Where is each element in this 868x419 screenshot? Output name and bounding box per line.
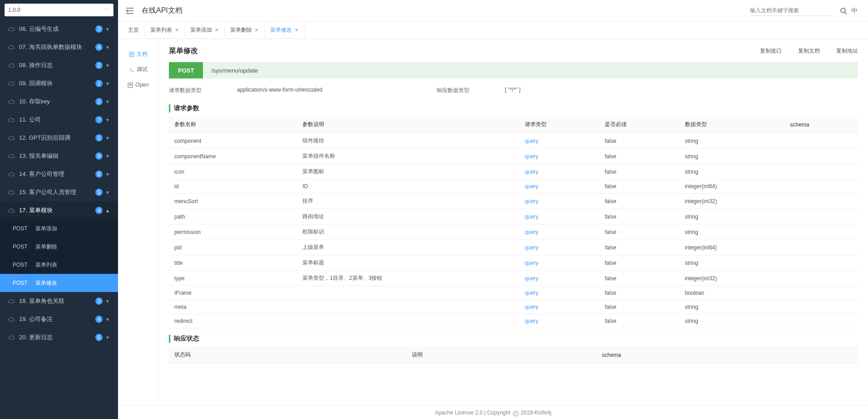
param-datatype: string — [680, 209, 785, 224]
param-schema — [784, 224, 858, 240]
sidebar-sub-item[interactable]: POST菜单添加 — [0, 219, 118, 238]
sidebar-sub-item[interactable]: POST菜单删除 — [0, 238, 118, 256]
search-icon[interactable] — [838, 7, 849, 15]
http-method-label: POST — [13, 225, 35, 232]
version-value: 1.0.0 — [8, 7, 20, 13]
param-schema — [784, 133, 858, 149]
search-input[interactable] — [750, 7, 832, 14]
sidebar-item[interactable]: 20. 更新日志5▼ — [0, 328, 118, 346]
sidebar-item[interactable]: 13. 报关单编辑9▼ — [0, 147, 118, 165]
param-required: false — [599, 286, 679, 300]
cloud-icon — [8, 117, 15, 123]
menu-collapse-icon[interactable] — [126, 7, 133, 15]
nav-label: Open — [135, 82, 148, 88]
nav-icon — [129, 66, 134, 73]
sidebar-item-label: 18. 菜单角色关联 — [19, 297, 95, 305]
table-header: 数据类型 — [680, 116, 785, 133]
sidebar-item[interactable]: 10. 存取key2▼ — [0, 93, 118, 111]
table-row: metaqueryfalsestring — [169, 300, 858, 314]
close-icon[interactable]: ✕ — [255, 27, 259, 33]
tab-label: 主页 — [128, 26, 139, 34]
close-icon[interactable]: ✕ — [175, 27, 179, 33]
tab[interactable]: 菜单列表✕ — [145, 22, 185, 39]
topbar: 在线API文档 中 — [118, 0, 868, 22]
sidebar-sub-item[interactable]: POST菜单修改 — [0, 274, 118, 292]
param-schema — [784, 149, 858, 164]
sidebar-item[interactable]: 17. 菜单模块4▲ — [0, 201, 118, 219]
copyright-icon: C — [513, 411, 518, 416]
cloud-icon — [8, 334, 15, 341]
param-datatype: integer(int64) — [680, 180, 785, 194]
param-reqtype: query — [519, 255, 599, 271]
param-schema — [784, 164, 858, 180]
param-schema — [784, 240, 858, 255]
table-row: IFramequeryfalseboolean — [169, 286, 858, 300]
param-datatype: string — [680, 224, 785, 240]
sub-item-label: 菜单列表 — [35, 261, 57, 269]
doc-nav-item[interactable]: Open — [118, 77, 158, 93]
cloud-icon — [8, 135, 15, 141]
sidebar-item[interactable]: 06. 云编号生成2▼ — [0, 20, 118, 38]
svg-point-0 — [841, 8, 845, 13]
param-required: false — [599, 300, 679, 314]
copy-api-button[interactable]: 复制接口 — [760, 47, 782, 55]
param-required: false — [599, 224, 679, 240]
sidebar: 1.0.0 ﹀ 06. 云编号生成2▼07. 海关回执单数据模块4▼08. 操作… — [0, 0, 118, 419]
table-header: 参数说明 — [297, 116, 519, 133]
cloud-icon — [8, 44, 15, 51]
param-desc: 菜单图标 — [297, 164, 519, 180]
sidebar-item[interactable]: 18. 菜单角色关联2▼ — [0, 292, 118, 310]
table-row: redirectqueryfalsestring — [169, 314, 858, 328]
chevron-down-icon: ▼ — [105, 317, 110, 322]
param-name: title — [169, 255, 297, 271]
page-title: 在线API文档 — [142, 6, 750, 15]
doc-panel: 菜单修改 复制接口 复制文档 复制地址 POST /sys/menu/updat… — [159, 39, 868, 419]
close-icon[interactable]: ✕ — [215, 27, 219, 33]
req-type-label: 请求数据类型 — [169, 87, 237, 94]
copy-url-button[interactable]: 复制地址 — [836, 47, 858, 55]
version-select[interactable]: 1.0.0 ﹀ — [5, 4, 113, 16]
sidebar-item[interactable]: 12. GPT识别后回调1▼ — [0, 129, 118, 147]
sidebar-item-label: 14. 客户公司管理 — [19, 170, 95, 178]
sidebar-item-label: 19. 公司备注 — [19, 315, 95, 323]
copy-doc-button[interactable]: 复制文档 — [798, 47, 820, 55]
sidebar-item-label: 17. 菜单模块 — [19, 206, 95, 214]
sidebar-item[interactable]: 14. 客户公司管理6▼ — [0, 165, 118, 183]
search-input-wrap — [750, 5, 832, 16]
tab[interactable]: 主页 — [123, 22, 145, 39]
tab[interactable]: 菜单添加✕ — [185, 22, 225, 39]
sidebar-item[interactable]: 07. 海关回执单数据模块4▼ — [0, 38, 118, 56]
sidebar-item[interactable]: 11. 公司7▼ — [0, 111, 118, 129]
doc-nav-item[interactable]: 调试 — [118, 62, 158, 77]
cloud-icon — [8, 316, 15, 323]
param-desc: ID — [297, 180, 519, 194]
tab-label: 菜单列表 — [150, 26, 172, 34]
param-desc: 权限标识 — [297, 224, 519, 240]
table-header: 说明 — [406, 346, 597, 364]
doc-nav-item[interactable]: 文档 — [118, 46, 158, 62]
tab[interactable]: 菜单删除✕ — [225, 22, 265, 39]
sidebar-item[interactable]: 19. 公司备注4▼ — [0, 310, 118, 328]
param-name: path — [169, 209, 297, 224]
param-name: permission — [169, 224, 297, 240]
tab[interactable]: 菜单修改✕ — [265, 22, 305, 39]
table-header: 参数名称 — [169, 116, 297, 133]
language-button[interactable]: 中 — [849, 7, 860, 15]
param-schema — [784, 194, 858, 209]
sidebar-sub-item[interactable]: POST菜单列表 — [0, 256, 118, 274]
cloud-icon — [8, 189, 15, 196]
sidebar-item[interactable]: 15. 客户公司人员管理5▼ — [0, 183, 118, 201]
nav-icon — [129, 51, 134, 57]
close-icon[interactable]: ✕ — [295, 27, 299, 33]
param-name: icon — [169, 164, 297, 180]
param-schema — [784, 286, 858, 300]
param-schema — [784, 180, 858, 194]
tabs: 主页菜单列表✕菜单添加✕菜单删除✕菜单修改✕ — [118, 22, 868, 39]
sidebar-item[interactable]: 08. 操作日志2▼ — [0, 56, 118, 74]
cloud-icon — [8, 207, 15, 214]
req-type-value: application/x-www-form-urlencoded — [237, 87, 437, 94]
chevron-down-icon: ▼ — [105, 190, 110, 195]
param-required: false — [599, 314, 679, 328]
count-badge: 2 — [95, 297, 103, 305]
sidebar-item[interactable]: 09. 回调模块1▼ — [0, 74, 118, 93]
